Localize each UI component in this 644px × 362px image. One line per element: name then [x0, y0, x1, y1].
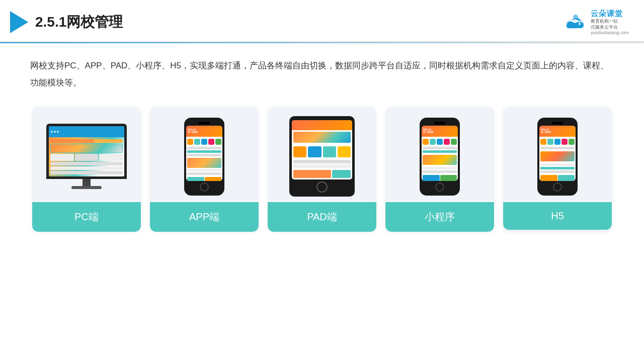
- cards-row: PC端 职场人的第一堂网课: [30, 107, 614, 232]
- card-pad-label: PAD端: [268, 202, 376, 232]
- card-h5-label: H5: [503, 202, 612, 230]
- cloud-icon: [562, 13, 588, 31]
- phone-h5-icon: 职场人的第一堂网课: [537, 118, 578, 196]
- logo-arrow-icon: [10, 11, 28, 33]
- card-app[interactable]: 职场人的第一堂网课: [150, 107, 259, 232]
- header-left: 2.5.1网校管理: [10, 11, 123, 33]
- phone-mini-icon: 职场人的第一堂网课: [420, 118, 460, 196]
- description-text: 网校支持PC、APP、PAD、小程序、H5，实现多端打通，产品各终端自由切换，数…: [30, 57, 614, 92]
- phone-app-icon: 职场人的第一堂网课: [184, 118, 224, 196]
- brand-name: 云朵课堂: [591, 9, 623, 19]
- card-pc-image: [32, 107, 141, 202]
- card-pc[interactable]: PC端: [32, 107, 141, 232]
- card-h5-image: 职场人的第一堂网课: [503, 107, 612, 202]
- brand-logo: 云朵课堂 教育机构一站 式服务云平台 yunduoketang.com: [562, 9, 629, 35]
- tablet-pad-icon: [289, 116, 355, 197]
- card-pc-label: PC端: [32, 202, 141, 232]
- brand-url: yunduoketang.com: [591, 30, 629, 35]
- card-pad[interactable]: PAD端: [268, 107, 376, 232]
- card-app-image: 职场人的第一堂网课: [150, 107, 259, 202]
- card-h5[interactable]: 职场人的第一堂网课: [503, 107, 612, 232]
- card-miniprogram[interactable]: 职场人的第一堂网课: [385, 107, 494, 232]
- main-content: 网校支持PC、APP、PAD、小程序、H5，实现多端打通，产品各终端自由切换，数…: [0, 43, 644, 242]
- card-app-label: APP端: [150, 202, 259, 232]
- pc-monitor-icon: [46, 124, 127, 189]
- card-miniprogram-image: 职场人的第一堂网课: [385, 107, 494, 202]
- brand-sub1: 教育机构一站: [591, 19, 618, 25]
- header-right: 云朵课堂 教育机构一站 式服务云平台 yunduoketang.com: [562, 9, 629, 35]
- card-miniprogram-label: 小程序: [385, 202, 494, 232]
- page-title: 2.5.1网校管理: [35, 13, 123, 32]
- svg-point-5: [579, 23, 581, 25]
- svg-point-2: [573, 15, 578, 20]
- card-pad-image: [268, 107, 376, 202]
- brand-sub2: 式服务云平台: [591, 25, 618, 31]
- brand-text: 云朵课堂 教育机构一站 式服务云平台 yunduoketang.com: [591, 9, 629, 35]
- page-header: 2.5.1网校管理 云朵课堂 教育机构一站 式服务云平台 y: [0, 0, 644, 42]
